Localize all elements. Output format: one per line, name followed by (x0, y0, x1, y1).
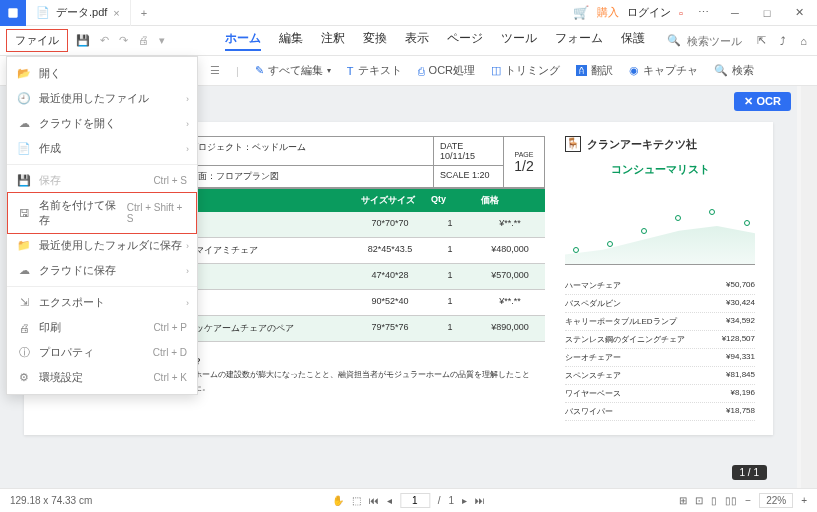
cursor-coords: 129.18 x 74.33 cm (10, 495, 92, 506)
single-page-icon[interactable]: ▯ (711, 495, 717, 506)
trim-button[interactable]: ◫トリミング (491, 63, 560, 78)
translate-button[interactable]: 🅰翻訳 (576, 63, 613, 78)
cell-date: DATE 10/11/15 (434, 137, 504, 166)
chevron-right-icon: › (186, 266, 189, 276)
first-page-icon[interactable]: ⏮ (369, 495, 379, 506)
tab-tools[interactable]: ツール (501, 30, 537, 51)
two-page-icon[interactable]: ▯▯ (725, 495, 737, 506)
info-icon: ⓘ (17, 345, 31, 360)
menu-recent-folder[interactable]: 📁最近使用したフォルダに保存› (7, 233, 197, 258)
login-link[interactable]: ログイン (627, 5, 671, 20)
tab-home[interactable]: ホーム (225, 30, 261, 51)
close-icon[interactable]: × (113, 7, 119, 19)
price-row: ステンレス鋼のダイニングチェア¥128,507 (565, 331, 755, 349)
area-chart (565, 185, 755, 265)
titlebar: 📄 データ.pdf × + 🛒 購入 ログイン ▫ ⋯ ─ □ ✕ (0, 0, 817, 26)
menu-open-cloud[interactable]: ☁クラウドを開く› (7, 111, 197, 136)
search-input[interactable] (687, 35, 747, 47)
menu-save: 💾保存Ctrl + S (7, 168, 197, 193)
maximize-button[interactable]: □ (755, 3, 779, 23)
brand: 🪑クランアーキテクツ社 (565, 136, 755, 152)
zoom-in-button[interactable]: + (801, 495, 807, 506)
chevron-down-icon[interactable]: ▾ (159, 34, 165, 47)
menu-export[interactable]: ⇲エクスポート› (7, 290, 197, 315)
tab-active[interactable]: 📄 データ.pdf × (26, 0, 131, 26)
text-icon: T (347, 65, 354, 77)
redo-icon[interactable]: ↷ (119, 34, 128, 47)
ocr-button[interactable]: ⎙OCR処理 (418, 63, 475, 78)
menu-print[interactable]: 🖨印刷Ctrl + P (7, 315, 197, 340)
menu-settings[interactable]: ⚙環境設定Ctrl + K (7, 365, 197, 390)
menu-save-as[interactable]: 🖫名前を付けて保存Ctrl + Shift + S (7, 192, 197, 234)
sidebar-toggle-icon[interactable]: ☰ (210, 64, 220, 77)
upload-icon[interactable]: ⤴ (776, 35, 790, 47)
menu-recent-files[interactable]: 🕘最近使用したファイル› (7, 86, 197, 111)
tab-convert[interactable]: 変換 (363, 30, 387, 51)
capture-button[interactable]: ◉キャプチャ (629, 63, 698, 78)
translate-icon: 🅰 (576, 65, 587, 77)
menu-properties[interactable]: ⓘプロパティCtrl + D (7, 340, 197, 365)
cursor-icon[interactable]: ⬚ (352, 495, 361, 506)
price-row: ワイヤーベース¥8,196 (565, 385, 755, 403)
close-button[interactable]: ✕ (787, 3, 811, 23)
print-icon[interactable]: 🖨 (138, 34, 149, 47)
gear-icon: ⚙ (17, 371, 31, 384)
save-icon[interactable]: 💾 (76, 34, 90, 47)
tab-annotate[interactable]: 注釈 (321, 30, 345, 51)
share-icon[interactable]: ⇱ (753, 34, 770, 47)
home-icon[interactable]: ⌂ (796, 35, 811, 47)
search-button[interactable]: 🔍検索 (714, 63, 754, 78)
file-icon: 📄 (36, 6, 50, 19)
prev-page-icon[interactable]: ◂ (387, 495, 392, 506)
tab-page[interactable]: ページ (447, 30, 483, 51)
folder-icon: 📂 (17, 67, 31, 80)
fit-width-icon[interactable]: ⊡ (695, 495, 703, 506)
hand-icon[interactable]: ✋ (332, 495, 344, 506)
separator (7, 286, 197, 287)
tab-edit[interactable]: 編集 (279, 30, 303, 51)
file-menu: 📂開く 🕘最近使用したファイル› ☁クラウドを開く› 📄作成› 💾保存Ctrl … (6, 56, 198, 395)
separator (7, 164, 197, 165)
price-row: キャリーポータブルLEDランプ¥34,592 (565, 313, 755, 331)
ocr-floating-button[interactable]: ✕ OCR (734, 92, 791, 111)
menu-create[interactable]: 📄作成› (7, 136, 197, 161)
cell-drawing: 図面：フロアプラン図 (183, 166, 434, 188)
zoom-value[interactable]: 22% (759, 493, 793, 508)
menu-icon[interactable]: ⋯ (691, 3, 715, 23)
buy-link[interactable]: 購入 (597, 5, 619, 20)
file-menu-button[interactable]: ファイル (6, 29, 68, 52)
tab-protect[interactable]: 保護 (621, 30, 645, 51)
new-icon: 📄 (17, 142, 31, 155)
edit-all-button[interactable]: ✎すべて編集▾ (255, 63, 331, 78)
pen-icon: ✎ (255, 64, 264, 77)
price-row: バスワイパー¥18,758 (565, 403, 755, 421)
ocr-icon: ⎙ (418, 65, 425, 77)
zoom-out-button[interactable]: − (745, 495, 751, 506)
save-as-icon: 🖫 (18, 207, 31, 219)
price-row: ハーマンチェア¥50,706 (565, 277, 755, 295)
search-icon: 🔍 (667, 34, 681, 47)
cart-icon[interactable]: 🛒 (573, 5, 589, 20)
last-page-icon[interactable]: ⏭ (475, 495, 485, 506)
next-page-icon[interactable]: ▸ (462, 495, 467, 506)
price-row: スペンスチェア¥81,845 (565, 367, 755, 385)
app-icon (0, 0, 26, 26)
undo-icon[interactable]: ↶ (100, 34, 109, 47)
menubar: ファイル 💾 ↶ ↷ 🖨 ▾ ホーム 編集 注釈 変換 表示 ページ ツール フ… (0, 26, 817, 56)
fit-page-icon[interactable]: ⊞ (679, 495, 687, 506)
notification-icon[interactable]: ▫ (679, 7, 683, 19)
menu-open[interactable]: 📂開く (7, 61, 197, 86)
tab-label: データ.pdf (56, 5, 107, 20)
add-tab-button[interactable]: + (131, 7, 157, 19)
tab-form[interactable]: フォーム (555, 30, 603, 51)
tab-view[interactable]: 表示 (405, 30, 429, 51)
svg-rect-0 (8, 8, 17, 17)
text-button[interactable]: Tテキスト (347, 63, 402, 78)
menu-save-cloud[interactable]: ☁クラウドに保存› (7, 258, 197, 283)
chevron-right-icon: › (186, 241, 189, 251)
chevron-right-icon: › (186, 119, 189, 129)
vertical-scrollbar[interactable] (801, 86, 817, 488)
minimize-button[interactable]: ─ (723, 3, 747, 23)
chart-title: コンシューマリスト (565, 162, 755, 177)
page-input[interactable] (400, 493, 430, 508)
